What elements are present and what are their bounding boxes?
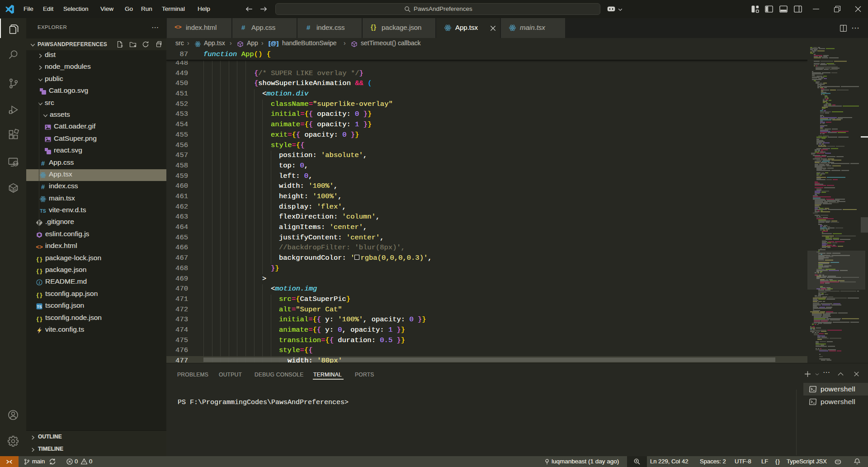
svg-text:TS: TS <box>40 208 46 214</box>
svg-text:{ }: { } <box>36 267 42 274</box>
svg-text:i: i <box>39 281 40 285</box>
svg-text:<>: <> <box>36 244 43 251</box>
svg-text:TS: TS <box>37 305 42 309</box>
svg-text:{ }: { } <box>36 291 42 298</box>
svg-text:{ }: { } <box>36 315 42 322</box>
svg-text:#: # <box>41 160 45 167</box>
svg-text:#: # <box>41 183 45 191</box>
svg-text:{ }: { } <box>36 256 42 262</box>
